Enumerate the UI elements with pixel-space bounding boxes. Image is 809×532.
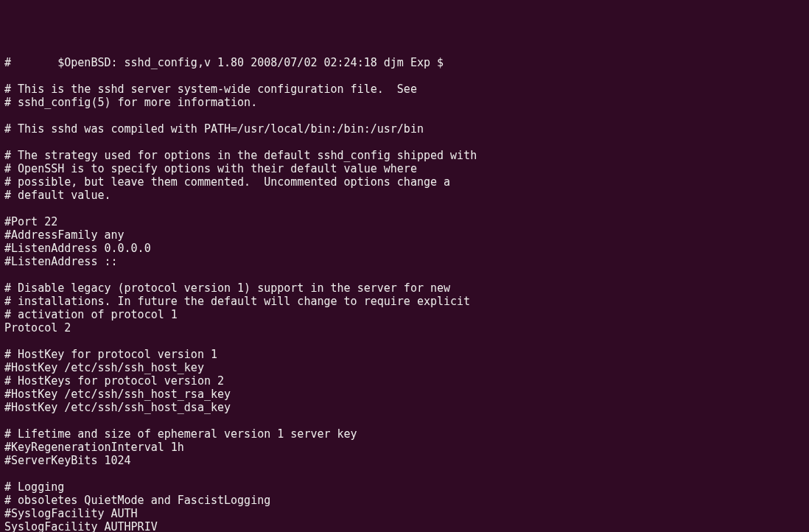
config-line [4, 414, 805, 427]
config-line: # Disable legacy (protocol version 1) su… [4, 281, 805, 295]
config-line [4, 467, 805, 480]
config-line [4, 268, 805, 281]
config-line: # OpenSSH is to specify options with the… [4, 162, 805, 175]
config-line: # This sshd was compiled with PATH=/usr/… [4, 122, 805, 136]
config-line [4, 202, 805, 215]
config-line: # sshd_config(5) for more information. [4, 96, 805, 109]
config-line: # The strategy used for options in the d… [4, 149, 805, 162]
config-line: #AddressFamily any [4, 228, 805, 242]
config-line: # Lifetime and size of ephemeral version… [4, 427, 805, 441]
config-line: # This is the sshd server system-wide co… [4, 83, 805, 96]
config-line: # default value. [4, 189, 805, 202]
config-line: #HostKey /etc/ssh/ssh_host_key [4, 361, 805, 374]
config-line: # possible, but leave them commented. Un… [4, 175, 805, 189]
config-line: # HostKey for protocol version 1 [4, 348, 805, 361]
config-line: #ListenAddress 0.0.0.0 [4, 242, 805, 255]
config-line: #ListenAddress :: [4, 255, 805, 268]
config-line: #KeyRegenerationInterval 1h [4, 441, 805, 454]
config-line [4, 69, 805, 83]
config-line [4, 136, 805, 149]
config-line [4, 335, 805, 348]
config-line: #ServerKeyBits 1024 [4, 454, 805, 467]
config-line: SyslogFacility AUTHPRIV [4, 520, 805, 532]
config-line: # Logging [4, 480, 805, 494]
config-line: Protocol 2 [4, 321, 805, 335]
config-line: # HostKeys for protocol version 2 [4, 374, 805, 388]
config-line: # obsoletes QuietMode and FascistLogging [4, 494, 805, 507]
config-line: # $OpenBSD: sshd_config,v 1.80 2008/07/0… [4, 56, 805, 69]
config-line: #HostKey /etc/ssh/ssh_host_dsa_key [4, 401, 805, 414]
config-line: #Port 22 [4, 215, 805, 228]
config-line: # installations. In future the default w… [4, 295, 805, 308]
config-line: #SyslogFacility AUTH [4, 507, 805, 520]
config-line: #HostKey /etc/ssh/ssh_host_rsa_key [4, 388, 805, 401]
terminal-content[interactable]: # $OpenBSD: sshd_config,v 1.80 2008/07/0… [4, 56, 805, 532]
config-line [4, 109, 805, 122]
config-line: # activation of protocol 1 [4, 308, 805, 321]
